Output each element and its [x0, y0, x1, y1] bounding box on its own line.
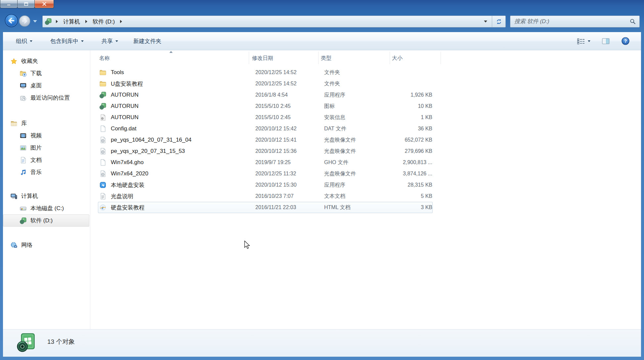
- file-date-modified: 2016/1/8 4:54: [252, 92, 321, 98]
- address-dropdown-icon[interactable]: [484, 21, 487, 22]
- blank-file-icon: [99, 125, 107, 132]
- file-type: 光盘映像文件: [321, 170, 392, 177]
- maximize-button[interactable]: [17, 0, 35, 8]
- sidebar-group-0[interactable]: 收藏夹: [3, 55, 90, 67]
- back-button[interactable]: [5, 14, 18, 27]
- downloads-folder-icon: [20, 70, 27, 77]
- sidebar-item-0-2[interactable]: 最近访问的位置: [3, 92, 90, 104]
- chevron-down-icon: [30, 40, 32, 42]
- libraries-icon: [10, 120, 18, 127]
- toolbar-button-1[interactable]: 包含到库中: [47, 35, 87, 47]
- column-divider[interactable]: [390, 52, 390, 64]
- sidebar-item-1-3[interactable]: 音乐: [3, 166, 90, 178]
- file-row-11[interactable]: 光盘说明2016/10/23 7:07文本文档5 KB: [98, 191, 433, 202]
- sidebar-item-2-0[interactable]: 本地磁盘 (C:): [3, 202, 90, 214]
- sidebar-group: 计算机本地磁盘 (C:)软件 (D:): [3, 190, 90, 227]
- file-row-3[interactable]: AUTORUN2015/5/10 2:45图标10 KB: [98, 101, 433, 112]
- file-row-0[interactable]: Tools2020/12/25 14:52文件夹: [98, 67, 433, 78]
- minimize-button[interactable]: [0, 0, 18, 8]
- file-type: 文件夹: [321, 69, 392, 76]
- file-size: 3 KB: [392, 204, 433, 210]
- back-icon: [5, 14, 18, 27]
- column-header-2[interactable]: 类型: [321, 55, 331, 62]
- file-date-modified: 2016/10/23 7:07: [252, 193, 321, 199]
- setup-inf-icon: [99, 114, 107, 121]
- disc-image-icon: [99, 148, 107, 155]
- file-size: 36 KB: [392, 126, 433, 132]
- search-icon[interactable]: [629, 18, 636, 25]
- toolbar-button-3[interactable]: 新建文件夹: [130, 35, 164, 47]
- file-row-12[interactable]: e硬盘安装教程2016/11/21 22:03HTML 文档3 KB: [98, 202, 433, 213]
- sidebar-item-1-0[interactable]: 视频: [3, 129, 90, 142]
- breadcrumb-item-1[interactable]: 软件 (D:): [91, 17, 116, 26]
- column-divider[interactable]: [441, 52, 441, 64]
- column-divider[interactable]: [249, 52, 249, 64]
- file-row-6[interactable]: pe_yqs_1064_20_07_31_16_042020/10/12 15:…: [98, 134, 433, 146]
- breadcrumb-separator-icon: [56, 20, 58, 23]
- sidebar-group-1[interactable]: 库: [3, 117, 90, 129]
- column-header-1[interactable]: 修改日期: [252, 55, 273, 62]
- sidebar-item-1-1[interactable]: 图片: [3, 142, 90, 154]
- file-name: Win7x64.gho: [111, 159, 252, 166]
- preview-pane-button[interactable]: [600, 36, 611, 47]
- computer-icon: [10, 193, 18, 200]
- sidebar-group: 收藏夹下载桌面最近访问的位置: [3, 55, 90, 104]
- command-bar: 组织包含到库中共享新建文件夹 ?: [3, 32, 641, 50]
- help-icon: ?: [621, 37, 630, 45]
- file-row-4[interactable]: AUTORUN2015/5/10 2:45安装信息1 KB: [98, 112, 433, 123]
- file-row-10[interactable]: 本地硬盘安装2020/10/12 15:30应用程序28,315 KB: [98, 179, 433, 191]
- file-row-8[interactable]: Win7x64.gho2019/9/7 19:25GHO 文件2,900,813…: [98, 157, 433, 168]
- recent-pages-dropdown[interactable]: [33, 20, 37, 22]
- sidebar-item-1-2[interactable]: 文档: [3, 154, 90, 166]
- column-divider[interactable]: [318, 52, 319, 64]
- breadcrumb-item-0[interactable]: 计算机: [62, 17, 81, 26]
- sort-ascending-icon: [169, 51, 173, 53]
- sidebar-item-0-0[interactable]: 下载: [3, 67, 90, 79]
- refresh-button[interactable]: [492, 16, 505, 27]
- forward-button[interactable]: [19, 15, 31, 27]
- views-icon: [577, 37, 585, 45]
- sidebar-item-0-1[interactable]: 桌面: [3, 79, 90, 92]
- close-button[interactable]: [34, 0, 54, 8]
- blue-app-icon: [99, 181, 107, 189]
- sidebar-item-2-1[interactable]: 软件 (D:): [3, 214, 89, 227]
- sidebar-item-label: 视频: [30, 132, 42, 139]
- sidebar-group-label: 收藏夹: [21, 57, 38, 65]
- file-date-modified: 2016/11/21 22:03: [252, 204, 321, 210]
- sidebar-group: 库视频图片文档音乐: [3, 117, 90, 178]
- navigation-pane: 收藏夹下载桌面最近访问的位置库视频图片文档音乐计算机本地磁盘 (C:)软件 (D…: [3, 50, 90, 329]
- search-input[interactable]: [510, 18, 629, 25]
- file-rows: Tools2020/12/25 14:52文件夹U盘安装教程2020/12/25…: [98, 67, 433, 213]
- column-header-3[interactable]: 大小: [392, 55, 403, 62]
- file-name: U盘安装教程: [111, 80, 252, 88]
- star-icon: [10, 58, 18, 65]
- sidebar-group-2[interactable]: 计算机: [3, 190, 90, 202]
- file-date-modified: 2020/10/12 15:36: [252, 148, 321, 154]
- pictures-icon: [20, 144, 27, 152]
- sidebar-group: 网络: [3, 239, 90, 251]
- sidebar-group-3[interactable]: 网络: [3, 239, 90, 251]
- help-button[interactable]: ?: [620, 35, 631, 47]
- main-content: 收藏夹下载桌面最近访问的位置库视频图片文档音乐计算机本地磁盘 (C:)软件 (D…: [3, 50, 641, 329]
- file-row-5[interactable]: Config.dat2020/10/12 15:42DAT 文件36 KB: [98, 123, 433, 134]
- file-row-7[interactable]: pe_yqs_xp_20_07_31_15_532020/10/12 15:36…: [98, 146, 433, 157]
- chevron-down-icon: [115, 40, 118, 42]
- file-date-modified: 2019/9/7 19:25: [252, 159, 321, 165]
- file-type: GHO 文件: [321, 159, 392, 166]
- change-view-button[interactable]: [576, 36, 592, 47]
- toolbar-button-2[interactable]: 共享: [99, 35, 121, 47]
- file-row-1[interactable]: U盘安装教程2020/12/25 14:52文件夹: [98, 78, 433, 89]
- toolbar-button-0[interactable]: 组织: [13, 35, 35, 47]
- file-row-9[interactable]: Win7x64_20202020/12/25 11:32光盘映像文件3,874,…: [98, 168, 433, 179]
- documents-icon: [20, 157, 27, 164]
- file-name: 本地硬盘安装: [111, 181, 252, 189]
- disk-c-icon: [20, 205, 27, 212]
- file-size: 652,072 KB: [392, 137, 433, 143]
- text-doc-icon: [99, 193, 107, 200]
- column-header-0[interactable]: 名称: [99, 55, 110, 62]
- file-type: DAT 文件: [321, 125, 392, 132]
- address-bar[interactable]: 计算机软件 (D:): [42, 16, 506, 27]
- explorer-window: 计算机软件 (D:) 组织包含到库中共享新建文件夹 ? 收藏夹下载桌面最近访问的…: [0, 0, 644, 360]
- sidebar-item-label: 桌面: [30, 82, 42, 89]
- file-row-2[interactable]: AUTORUN2016/1/8 4:54应用程序1,926 KB: [98, 89, 433, 101]
